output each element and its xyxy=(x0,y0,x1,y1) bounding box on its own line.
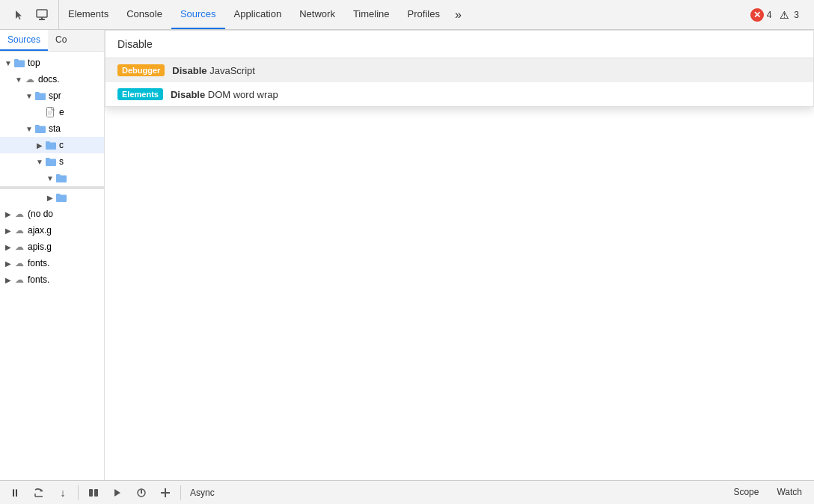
error-icon: ✕ xyxy=(750,8,764,22)
label-fonts1: fonts. xyxy=(28,258,101,268)
warning-count: 3 xyxy=(794,10,799,20)
file-icon-e xyxy=(45,106,57,118)
step-into-button[interactable]: ↓ xyxy=(54,484,72,502)
arrow-sub2 xyxy=(45,194,55,202)
tab-timeline[interactable]: Timeline xyxy=(344,0,399,29)
folder-icon-spr xyxy=(34,90,46,102)
folder-icon-c xyxy=(45,139,57,151)
tab-profiles[interactable]: Profiles xyxy=(399,0,449,29)
label-no-domain: (no do xyxy=(28,209,101,219)
svg-rect-1 xyxy=(39,19,45,20)
label-docs: docs. xyxy=(38,74,101,84)
cloud-icon-no-domain: ☁ xyxy=(13,208,25,220)
nav-tabs: Elements Console Sources Application Net… xyxy=(59,0,750,29)
folder-icon-sub2 xyxy=(55,191,67,203)
separator-2 xyxy=(180,485,181,500)
tree-item-fonts2[interactable]: ☁ fonts. xyxy=(0,271,104,288)
tree-item-sta[interactable]: sta xyxy=(0,120,104,137)
sidebar-tab-content[interactable]: Co xyxy=(48,30,74,51)
tab-console[interactable]: Console xyxy=(117,0,171,29)
arrow-sub1 xyxy=(45,174,55,182)
autocomplete-item-debugger[interactable]: Debugger Disable JavaScript xyxy=(105,58,813,82)
error-warning-badges: ✕ 4 ⚠ 3 xyxy=(750,8,811,22)
pause-button[interactable]: ⏸ xyxy=(6,484,24,502)
arrow-fonts1 xyxy=(3,259,13,268)
label-ajax: ajax.g xyxy=(28,225,101,236)
right-panel: Disable Debugger Disable JavaScript Elem… xyxy=(105,30,814,480)
tree-item-spr[interactable]: spr xyxy=(0,87,104,104)
tree-item-s[interactable]: s xyxy=(0,153,104,170)
autocomplete-list: Debugger Disable JavaScript Elements Dis… xyxy=(105,58,813,106)
tree-item-sub1[interactable] xyxy=(0,170,104,186)
step-over-button[interactable] xyxy=(30,484,48,502)
folder-icon-top xyxy=(13,57,25,69)
scope-watch-tabs: Scope Watch xyxy=(727,485,808,500)
tree-item-ajax[interactable]: ☁ ajax.g xyxy=(0,222,104,239)
devtools-toolbar: Elements Console Sources Application Net… xyxy=(0,0,814,30)
ac-bold-elements: Disable xyxy=(171,89,205,100)
cloud-icon-apis: ☁ xyxy=(13,241,25,253)
async-label: Async xyxy=(190,488,215,498)
tree-item-fonts1[interactable]: ☁ fonts. xyxy=(0,255,104,271)
arrow-ajax xyxy=(3,227,13,235)
tree-item-sub2[interactable] xyxy=(0,189,104,206)
separator-1 xyxy=(78,485,79,500)
ac-text-debugger: Disable JavaScript xyxy=(172,65,255,76)
autocomplete-header: Disable xyxy=(105,31,813,58)
autocomplete-dropdown: Disable Debugger Disable JavaScript Elem… xyxy=(105,30,814,107)
more-tabs-button[interactable]: » xyxy=(449,0,468,29)
sidebar-tree: top ☁ docs. spr e xyxy=(0,52,104,480)
folder-icon-sta xyxy=(34,123,46,135)
tab-sources[interactable]: Sources xyxy=(171,0,225,29)
ac-rest-elements: DOM word wrap xyxy=(205,89,278,100)
tab-elements[interactable]: Elements xyxy=(59,0,117,29)
svg-rect-3 xyxy=(47,108,54,117)
watch-tab[interactable]: Watch xyxy=(771,485,808,500)
arrow-c xyxy=(34,141,45,150)
label-apis: apis.g xyxy=(28,242,101,252)
cloud-icon-fonts1: ☁ xyxy=(13,257,25,269)
badge-debugger: Debugger xyxy=(117,64,165,76)
label-top: top xyxy=(28,58,101,68)
tab-application[interactable]: Application xyxy=(225,0,291,29)
arrow-apis xyxy=(3,243,13,251)
sidebar-tabs: Sources Co xyxy=(0,30,104,52)
arrow-s xyxy=(34,158,45,166)
tree-item-e[interactable]: e xyxy=(0,104,104,120)
action-btn-4[interactable] xyxy=(156,484,174,502)
action-btn-1[interactable] xyxy=(85,484,102,502)
warning-icon: ⚠ xyxy=(777,8,791,22)
svg-rect-0 xyxy=(37,10,47,17)
tree-item-no-domain[interactable]: ☁ (no do xyxy=(0,206,104,222)
arrow-spr xyxy=(24,92,34,100)
cloud-icon-ajax: ☁ xyxy=(13,224,25,236)
inspect-icon[interactable] xyxy=(31,4,52,25)
tree-item-docs[interactable]: ☁ docs. xyxy=(0,71,104,87)
svg-rect-2 xyxy=(41,17,43,19)
tree-item-c[interactable]: c xyxy=(0,137,104,153)
scope-tab[interactable]: Scope xyxy=(727,485,765,500)
arrow-docs xyxy=(13,76,24,84)
cursor-icon[interactable] xyxy=(9,4,30,25)
arrow-fonts2 xyxy=(3,276,13,284)
folder-icon-s xyxy=(45,156,57,168)
sidebar-tab-sources[interactable]: Sources xyxy=(0,30,48,51)
label-s: s xyxy=(59,156,101,167)
arrow-no-domain xyxy=(3,210,13,218)
cloud-icon-docs: ☁ xyxy=(24,73,36,85)
ac-rest-debugger: JavaScript xyxy=(207,65,255,76)
label-sta: sta xyxy=(49,123,101,134)
autocomplete-item-elements[interactable]: Elements Disable DOM word wrap xyxy=(105,82,813,106)
ac-bold-debugger: Disable xyxy=(172,65,206,76)
arrow-sta xyxy=(24,125,34,133)
tree-item-top[interactable]: top xyxy=(0,55,104,71)
action-btn-3[interactable] xyxy=(132,484,150,502)
tree-item-apis[interactable]: ☁ apis.g xyxy=(0,239,104,255)
action-btn-2[interactable] xyxy=(108,484,126,502)
tab-network[interactable]: Network xyxy=(290,0,344,29)
sidebar: Sources Co top ☁ docs. xyxy=(0,30,105,480)
bottom-bar: ⏸ ↓ Async Scope Watch xyxy=(0,480,814,504)
bottom-right: Scope Watch xyxy=(727,485,808,500)
error-count: 4 xyxy=(767,10,772,20)
label-c: c xyxy=(59,140,101,150)
